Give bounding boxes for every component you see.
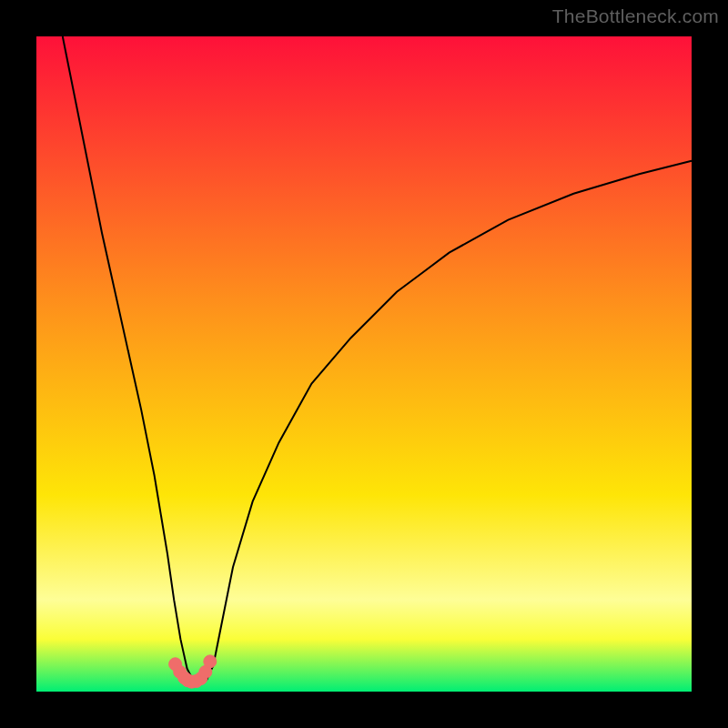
highlight-point xyxy=(204,655,217,668)
chart-svg xyxy=(36,36,692,692)
highlight-markers xyxy=(169,655,217,688)
chart-frame: TheBottleneck.com xyxy=(0,0,728,728)
watermark-text: TheBottleneck.com xyxy=(552,5,719,27)
bottleneck-curve xyxy=(63,36,692,683)
chart-plot-area xyxy=(36,36,692,692)
